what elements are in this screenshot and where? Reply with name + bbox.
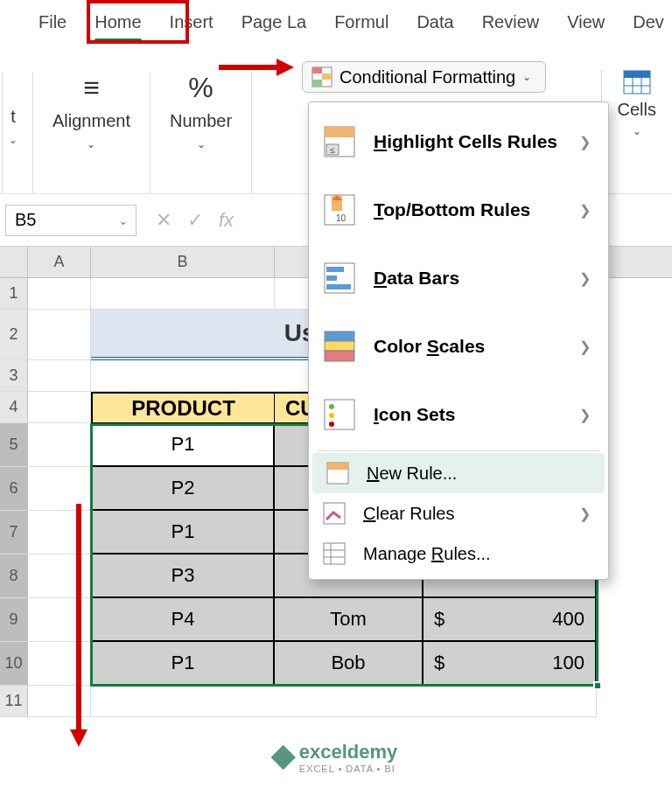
watermark-icon: [271, 745, 296, 770]
table-row[interactable]: $100: [424, 642, 597, 686]
ribbon-group-alignment[interactable]: ≡ Alignment ⌄: [33, 72, 150, 193]
row-header[interactable]: 6: [0, 467, 28, 511]
svg-rect-2: [322, 73, 332, 80]
chevron-down-icon[interactable]: ⌄: [87, 138, 95, 150]
row-header[interactable]: 3: [0, 360, 28, 392]
cell[interactable]: [28, 642, 91, 686]
table-row[interactable]: P3: [91, 554, 275, 598]
top-bottom-icon: 10: [323, 193, 356, 227]
cell[interactable]: [91, 278, 275, 310]
menu-new-rule[interactable]: New Rule...: [312, 453, 605, 493]
tab-review[interactable]: Review: [468, 7, 554, 45]
menu-manage-rules[interactable]: Manage Rules...: [309, 534, 608, 574]
chevron-right-icon: ❯: [579, 338, 591, 355]
annotation-arrow: [76, 504, 81, 731]
cell[interactable]: [28, 686, 91, 717]
menu-clear-rules[interactable]: Clear Rules ❯: [309, 493, 608, 534]
row-header[interactable]: 9: [0, 598, 28, 642]
row-header[interactable]: 7: [0, 511, 28, 554]
row-header[interactable]: 10: [0, 642, 28, 686]
chevron-down-icon[interactable]: ⌄: [633, 125, 641, 137]
chevron-down-icon[interactable]: ⌄: [9, 134, 18, 146]
ribbon-group-number[interactable]: % Number ⌄: [150, 72, 252, 193]
menu-label: New Rule...: [367, 464, 587, 484]
ribbon-group-cells[interactable]: Cells ⌄: [601, 70, 665, 175]
conditional-formatting-icon: [312, 66, 332, 87]
cell[interactable]: [28, 360, 91, 392]
tab-developer[interactable]: Dev: [619, 7, 672, 45]
watermark-name: exceldemy: [299, 741, 398, 764]
cell[interactable]: [28, 554, 91, 598]
tab-formulas[interactable]: Formul: [320, 7, 402, 45]
number-label: Number: [170, 111, 232, 131]
table-row[interactable]: Tom: [275, 598, 424, 642]
table-row[interactable]: P4: [91, 598, 275, 642]
cell[interactable]: [28, 392, 91, 423]
menu-data-bars[interactable]: Data Bars ❯: [309, 244, 608, 312]
cells-label: Cells: [618, 100, 656, 120]
ribbon-tabs: File Home Insert Page La Formul Data Rev…: [0, 0, 672, 45]
chevron-down-icon[interactable]: ⌄: [118, 213, 129, 227]
ribbon-group-truncated: t ⌄: [2, 72, 33, 193]
menu-color-scales[interactable]: Color Scales ❯: [309, 312, 608, 380]
table-row[interactable]: P1: [91, 423, 275, 467]
menu-icon-sets[interactable]: Icon Sets ❯: [309, 380, 608, 449]
svg-point-26: [329, 413, 334, 418]
name-box[interactable]: B5 ⌄: [5, 205, 136, 236]
conditional-formatting-button[interactable]: Conditional Formatting ⌄: [302, 61, 546, 93]
cell[interactable]: [91, 686, 597, 717]
row-header[interactable]: 11: [0, 686, 28, 717]
select-all-corner[interactable]: [0, 247, 28, 277]
svg-rect-5: [624, 71, 650, 78]
data-bars-icon: [323, 262, 356, 295]
table-row[interactable]: P1: [91, 642, 275, 686]
row-header[interactable]: 8: [0, 554, 28, 598]
chevron-right-icon: ❯: [579, 202, 591, 219]
svg-text:10: 10: [336, 213, 346, 223]
row-header[interactable]: 1: [0, 278, 28, 310]
tab-page-layout[interactable]: Page La: [228, 7, 321, 45]
cell[interactable]: [28, 278, 91, 310]
highlight-cells-icon: ≤: [323, 125, 356, 158]
formula-bar-controls: ✕ ✓ fx: [152, 206, 237, 235]
cell[interactable]: [28, 423, 91, 467]
cell[interactable]: [28, 511, 91, 554]
col-header-B[interactable]: B: [91, 247, 275, 277]
cell[interactable]: [28, 310, 91, 360]
table-header-product[interactable]: PRODUCT: [91, 392, 275, 423]
conditional-formatting-menu: ≤ Highlight Cells Rules ❯ 10 Top/Bottom …: [308, 101, 609, 580]
row-header[interactable]: 2: [0, 310, 28, 360]
confirm-icon[interactable]: ✓: [184, 206, 206, 235]
cancel-icon[interactable]: ✕: [152, 206, 175, 235]
tab-file[interactable]: File: [24, 7, 80, 45]
tab-home[interactable]: Home: [80, 7, 155, 45]
selection-handle[interactable]: [593, 681, 602, 690]
tab-data[interactable]: Data: [402, 7, 467, 45]
menu-label: Manage Rules...: [363, 544, 591, 564]
menu-top-bottom-rules[interactable]: 10 Top/Bottom Rules ❯: [309, 176, 608, 244]
cell[interactable]: [28, 598, 91, 642]
row-header[interactable]: 4: [0, 392, 28, 423]
cells-icon: [623, 70, 651, 94]
svg-rect-29: [327, 463, 348, 470]
fx-icon[interactable]: fx: [215, 206, 237, 235]
col-header-A[interactable]: A: [28, 247, 91, 277]
annotation-arrow: [219, 65, 276, 70]
new-rule-icon: [326, 462, 349, 485]
chevron-down-icon[interactable]: ⌄: [197, 138, 206, 150]
menu-highlight-cells-rules[interactable]: ≤ Highlight Cells Rules ❯: [309, 108, 608, 176]
table-row[interactable]: Bob: [275, 642, 424, 686]
menu-separator: [318, 450, 599, 451]
table-row[interactable]: P2: [91, 467, 275, 511]
cell[interactable]: [28, 467, 91, 511]
table-row[interactable]: P1: [91, 511, 275, 554]
row-header[interactable]: 5: [0, 423, 28, 467]
color-scales-icon: [323, 330, 356, 363]
tab-insert[interactable]: Insert: [156, 7, 228, 45]
table-row[interactable]: $400: [424, 598, 597, 642]
svg-rect-23: [325, 351, 354, 361]
tab-view[interactable]: View: [553, 7, 619, 45]
alignment-label: Alignment: [52, 111, 130, 131]
svg-point-27: [329, 422, 334, 427]
chevron-right-icon: ❯: [579, 270, 591, 287]
